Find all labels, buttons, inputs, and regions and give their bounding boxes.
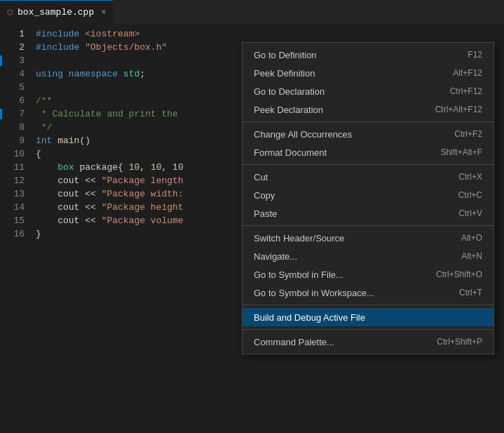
- menu-item-format-document[interactable]: Format Document Shift+Alt+F: [243, 143, 493, 161]
- line-num-3: 3: [0, 54, 25, 67]
- tab-filename: box_sample.cpp: [18, 7, 94, 18]
- menu-item-go-to-definition[interactable]: Go to Definition F12: [243, 46, 493, 64]
- line-num-15: 15: [0, 214, 25, 227]
- menu-shortcut: Ctrl+X: [458, 172, 482, 182]
- tab-icon: ⬡: [7, 8, 13, 17]
- menu-item-peek-definition[interactable]: Peek Definition Alt+F12: [243, 64, 493, 82]
- menu-separator-1: [243, 121, 493, 122]
- menu-shortcut: Ctrl+Alt+F12: [435, 105, 482, 114]
- menu-label: Go to Declaration: [254, 86, 325, 97]
- line-num-5: 5: [0, 81, 25, 94]
- menu-separator-5: [243, 329, 493, 330]
- menu-item-peek-declaration[interactable]: Peek Declaration Ctrl+Alt+F12: [243, 100, 493, 119]
- menu-shortcut: Ctrl+T: [459, 288, 482, 298]
- menu-label: Change All Occurrences: [254, 129, 352, 140]
- menu-shortcut: Ctrl+V: [458, 208, 482, 218]
- line-num-10: 10: [0, 147, 25, 161]
- menu-label: Peek Definition: [254, 68, 315, 79]
- menu-label: Paste: [254, 208, 277, 219]
- menu-item-change-all-occurrences[interactable]: Change All Occurrences Ctrl+F2: [243, 125, 493, 143]
- menu-label: Switch Header/Source: [254, 233, 344, 244]
- active-tab[interactable]: ⬡ box_sample.cpp ×: [0, 0, 113, 25]
- menu-shortcut: Ctrl+Shift+P: [437, 337, 482, 347]
- line-num-13: 13: [0, 187, 25, 201]
- menu-shortcut: Alt+N: [461, 251, 482, 261]
- line-num-11: 11: [0, 161, 25, 174]
- line-num-1: 1: [0, 27, 25, 41]
- menu-label: Format Document: [254, 147, 327, 158]
- menu-item-build-and-debug[interactable]: Build and Debug Active File: [243, 308, 493, 326]
- menu-item-go-to-symbol-workspace[interactable]: Go to Symbol in Workspace... Ctrl+T: [243, 284, 493, 302]
- menu-item-paste[interactable]: Paste Ctrl+V: [243, 204, 493, 222]
- menu-separator-4: [243, 305, 493, 305]
- menu-item-switch-header-source[interactable]: Switch Header/Source Alt+O: [243, 229, 493, 247]
- line-num-4: 4: [0, 67, 25, 81]
- menu-label: Copy: [254, 190, 275, 201]
- tab-bar: ⬡ box_sample.cpp ×: [0, 0, 504, 25]
- menu-label: Peek Declaration: [254, 105, 323, 115]
- line-num-9: 9: [0, 134, 25, 147]
- menu-label: Build and Debug Active File: [254, 312, 365, 323]
- menu-item-go-to-declaration[interactable]: Go to Declaration Ctrl+F12: [243, 82, 493, 100]
- menu-item-command-palette[interactable]: Command Palette... Ctrl+Shift+P: [243, 333, 493, 351]
- line-num-7: 7: [0, 107, 25, 121]
- menu-label: Command Palette...: [254, 337, 334, 347]
- menu-separator-3: [243, 225, 493, 226]
- menu-item-copy[interactable]: Copy Ctrl+C: [243, 186, 493, 204]
- line-numbers: 1 2 3 4 5 6 7 8 9 10 11 12 13 14 15 16: [0, 25, 32, 433]
- line-num-16: 16: [0, 227, 25, 241]
- menu-label: Navigate...: [254, 251, 297, 262]
- menu-shortcut: Ctrl+C: [458, 190, 482, 200]
- menu-label: Go to Symbol in Workspace...: [254, 288, 374, 298]
- menu-shortcut: Alt+O: [461, 233, 482, 243]
- menu-shortcut: Alt+F12: [453, 68, 482, 78]
- menu-label: Cut: [254, 172, 268, 182]
- menu-shortcut: Ctrl+F12: [450, 86, 482, 96]
- line-num-6: 6: [0, 94, 25, 107]
- menu-shortcut: Ctrl+F2: [454, 129, 482, 139]
- line-num-12: 12: [0, 174, 25, 187]
- line-num-8: 8: [0, 121, 25, 134]
- line-num-2: 2: [0, 41, 25, 54]
- menu-item-go-to-symbol-file[interactable]: Go to Symbol in File... Ctrl+Shift+O: [243, 265, 493, 284]
- context-menu: Go to Definition F12 Peek Definition Alt…: [242, 42, 494, 354]
- menu-item-cut[interactable]: Cut Ctrl+X: [243, 168, 493, 186]
- menu-shortcut: F12: [468, 50, 482, 60]
- code-line-1: #include <iostream>: [32, 27, 504, 41]
- menu-item-navigate[interactable]: Navigate... Alt+N: [243, 247, 493, 265]
- menu-shortcut: Ctrl+Shift+O: [436, 269, 482, 279]
- line-num-14: 14: [0, 201, 25, 214]
- menu-shortcut: Shift+Alt+F: [441, 147, 482, 157]
- menu-separator-2: [243, 164, 493, 165]
- menu-label: Go to Definition: [254, 50, 317, 60]
- tab-close-button[interactable]: ×: [101, 8, 106, 18]
- menu-label: Go to Symbol in File...: [254, 269, 343, 280]
